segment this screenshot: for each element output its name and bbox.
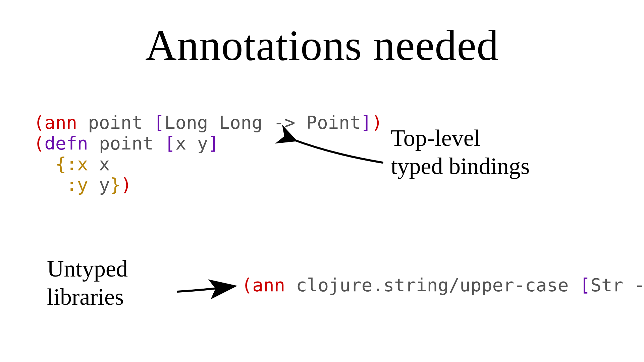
code-token: ] [361,112,372,133]
label-bottom-line2: libraries [47,284,124,310]
code-token: x [88,154,110,175]
code-token: :x [66,154,88,175]
arrow-bottom [174,278,241,298]
code-token: x y [175,133,208,154]
code-token: y [88,174,110,195]
code-block-upper-case: (ann clojure.string/upper-case [Str -> S… [241,275,644,296]
code-token [34,154,55,175]
code-token: clojure.string/upper-case [285,275,580,296]
code-token: ( [34,133,45,154]
label-top-line1: Top-level [391,125,480,151]
code-token [34,174,66,195]
code-token: ( [34,112,45,133]
code-token: ) [372,112,383,133]
code-token: :y [66,174,88,195]
code-token: } [110,174,121,195]
arrow-top [285,131,386,171]
label-untyped-libraries: Untyped libraries [47,255,128,311]
code-token: [ [164,133,175,154]
label-bottom-line1: Untyped [47,256,128,282]
slide: Annotations needed (ann point [Long Long… [0,0,644,362]
code-token: point [77,112,154,133]
label-top-level-bindings: Top-level typed bindings [391,124,530,180]
code-token: defn [45,133,88,154]
code-token: Str -> Str [590,275,644,296]
code-token: Long Long -> Point [164,112,361,133]
code-token: ann [45,112,77,133]
code-token: ann [253,275,285,296]
code-token: [ [154,112,165,133]
code-token: ) [121,174,132,195]
code-token: ( [241,275,253,296]
label-top-line2: typed bindings [391,153,530,179]
code-token: point [88,133,165,154]
code-token: ] [208,133,219,154]
code-token: { [55,154,66,175]
code-token: [ [580,275,591,296]
slide-title: Annotations needed [0,20,644,70]
